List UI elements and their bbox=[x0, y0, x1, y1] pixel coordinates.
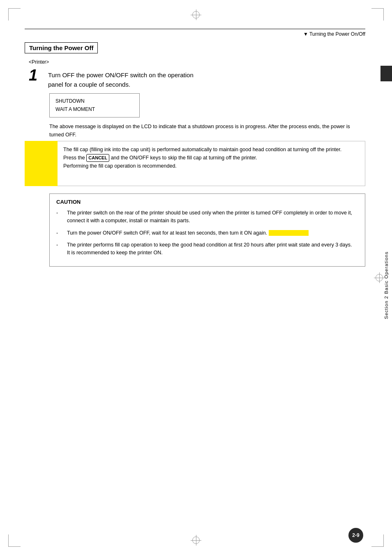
corner-mark-bl bbox=[8, 534, 21, 547]
caution-dash-3: - bbox=[56, 241, 65, 257]
step1-row: 1 Turn OFF the power ON/OFF switch on th… bbox=[29, 67, 365, 89]
info-text1: The above message is displayed on the LC… bbox=[49, 122, 365, 139]
caution-item-2-text: Turn the power ON/OFF switch OFF, wait f… bbox=[67, 229, 358, 237]
caution-item-1-text: The printer switch on the rear of the pr… bbox=[67, 209, 358, 225]
note-block-wrapper: The fill cap (filling ink into the cap u… bbox=[25, 141, 365, 186]
corner-mark-tl bbox=[8, 8, 21, 21]
highlight-area bbox=[269, 230, 309, 236]
bottom-crosshair bbox=[192, 537, 200, 544]
main-content: ▼ Turning the Power On/Off Turning the P… bbox=[25, 29, 365, 526]
sidebar-section-label: Section 2 Basic Operations bbox=[384, 251, 389, 319]
note-text1: The fill cap (filling ink into the cap u… bbox=[63, 147, 341, 152]
lcd-line1: SHUTDOWN bbox=[55, 97, 134, 105]
caution-title: CAUTION bbox=[56, 199, 358, 205]
caution-dash-2: - bbox=[56, 229, 65, 237]
corner-mark-br bbox=[371, 534, 384, 547]
caution-item-3-text: The printer performs fill cap operation … bbox=[67, 241, 358, 257]
top-crosshair bbox=[192, 11, 200, 18]
step1-text-line1: Turn OFF the power ON/OFF switch on the … bbox=[48, 71, 194, 78]
caution-dash-1: - bbox=[56, 209, 65, 225]
caution-item-2: - Turn the power ON/OFF switch OFF, wait… bbox=[56, 229, 358, 237]
sidebar-text-container: Section 2 Basic Operations bbox=[380, 81, 392, 489]
note-text3: and the ON/OFF keys to skip the fill cap… bbox=[111, 155, 257, 161]
caution-list: - The printer switch on the rear of the … bbox=[56, 209, 358, 257]
step1-text: Turn OFF the power ON/OFF switch on the … bbox=[48, 67, 194, 89]
sidebar: Section 2 Basic Operations bbox=[380, 66, 392, 489]
step1-number: 1 bbox=[29, 67, 43, 83]
lcd-line2: WAIT A MOMENT bbox=[55, 105, 134, 113]
header-text: ▼ Turning the Power On/Off bbox=[25, 31, 365, 37]
cancel-key: CANCEL bbox=[86, 154, 109, 162]
section-title: Turning the Power Off bbox=[25, 42, 98, 53]
note-block: The fill cap (filling ink into the cap u… bbox=[58, 141, 365, 186]
printer-label: <Printer> bbox=[29, 59, 365, 65]
caution-block: CAUTION - The printer switch on the rear… bbox=[49, 193, 365, 267]
caution-item-3: - The printer performs fill cap operatio… bbox=[56, 241, 358, 257]
lcd-display: SHUTDOWN WAIT A MOMENT bbox=[49, 93, 140, 117]
note-yellow-side bbox=[25, 141, 58, 186]
page-number: 2-9 bbox=[348, 528, 363, 543]
note-text2: Press the bbox=[63, 155, 85, 161]
corner-mark-tr bbox=[371, 8, 384, 21]
sidebar-dark-block bbox=[380, 66, 392, 81]
note-text4: Performing the fill cap operation is rec… bbox=[63, 163, 177, 169]
step1-text-line2: panel for a couple of seconds. bbox=[48, 81, 130, 88]
header-line bbox=[25, 29, 365, 29]
caution-item-1: - The printer switch on the rear of the … bbox=[56, 209, 358, 225]
